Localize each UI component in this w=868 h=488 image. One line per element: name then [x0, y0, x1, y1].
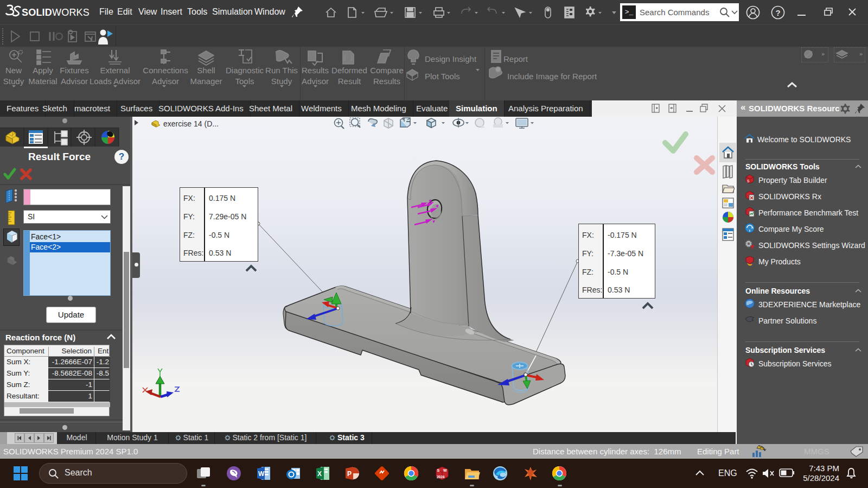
svg-text:S: S [747, 179, 750, 183]
svg-text:P: P [347, 470, 352, 478]
svg-text:W: W [443, 468, 447, 472]
svg-text:?: ? [775, 8, 780, 17]
svg-text:S: S [437, 468, 440, 472]
svg-text:!: ! [761, 447, 761, 450]
svg-text:W: W [258, 470, 265, 478]
svg-text:X: X [317, 470, 322, 478]
svg-text:2024: 2024 [437, 475, 445, 479]
